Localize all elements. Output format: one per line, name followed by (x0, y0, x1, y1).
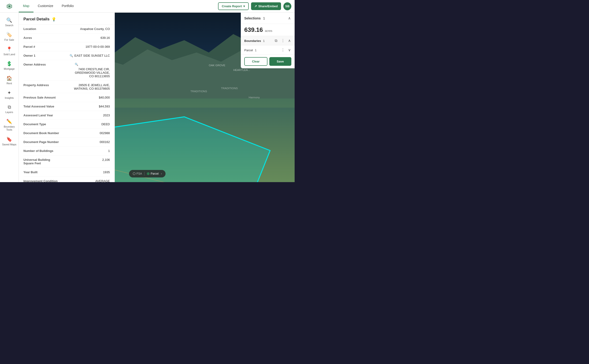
detail-row-doc-type: Document Type DEED (23, 120, 110, 129)
detail-row-property-address: Property Address 28505 E JEWELL AVE,WATK… (23, 81, 110, 93)
parcel-detail-rows: Location Arapahoe County, CO Acres 639.1… (19, 25, 115, 182)
home-icon: 🏠 (6, 75, 12, 81)
fsa-option[interactable]: FSA (133, 172, 142, 175)
detail-row-owner-address: Owner Address 🔍 7400 CRESTLINE CIR,GREEN… (23, 60, 110, 81)
detail-row-doc-book: Document Book Number 002988 (23, 129, 110, 138)
boundaries-row: Boundaries 1 ⧉ ⋮ ∧ (241, 36, 294, 46)
selections-header: Selections 1 ∧ (241, 13, 294, 24)
layers-icon: ⧉ (8, 104, 11, 110)
bottom-bar-divider (144, 172, 144, 176)
svg-point-3 (9, 5, 10, 7)
svg-text:TRADITIONS: TRADITIONS (190, 90, 207, 93)
create-report-button[interactable]: Create Report ▾ (218, 2, 249, 10)
boundaries-more-button[interactable]: ⋮ (280, 38, 286, 43)
sidebar-item-layers[interactable]: ⧉ Layers (1, 102, 18, 116)
address-search-icon[interactable]: 🔍 (75, 63, 78, 66)
detail-row-sq-feet: Universal Building Square Feet 2,106 (23, 156, 110, 168)
share-embed-button[interactable]: ↗ Share/Embed (251, 2, 281, 10)
owner-search-icon[interactable]: 🔍 (70, 54, 73, 57)
parcel-more-button[interactable]: ⋮ (280, 47, 286, 53)
svg-text:TRADITIONS: TRADITIONS (221, 87, 238, 90)
share-icon: ↗ (254, 4, 257, 8)
bottom-bar-chevron[interactable]: › (161, 172, 162, 175)
top-navigation: Map Customize Portfolio Create Report ▾ … (0, 0, 294, 13)
pin-icon: 📍 (6, 46, 12, 52)
clear-button[interactable]: Clear (244, 57, 268, 66)
sidebar-item-rent[interactable]: 🏠 Rent (1, 73, 18, 87)
chevron-up-icon: ∧ (288, 16, 291, 20)
bookmark-icon: 🔖 (6, 136, 12, 142)
left-sidebar: 🔍 Search 🏷️ For Sale 📍 Sold Land 💲 Mortg… (0, 13, 19, 182)
action-buttons: Clear Save (241, 55, 294, 68)
selections-panel: Selections 1 ∧ 639.16 acres Boundaries 1… (241, 13, 294, 68)
detail-row-land-year: Assessed Land Year 2023 (23, 111, 110, 120)
insights-icon: ✦ (7, 90, 11, 96)
nav-right-actions: Create Report ▾ ↗ Share/Embed SB (218, 2, 294, 10)
lightbulb-icon: 💡 (52, 17, 56, 21)
sidebar-item-insights[interactable]: ✦ Insights (1, 88, 18, 102)
detail-row-parcel-number: Parcel # 1977-00-0-00-369 (23, 42, 110, 51)
bottom-layer-bar: FSA Parcel › (129, 170, 166, 177)
sidebar-item-mortgage[interactable]: 💲 Mortgage (1, 58, 18, 72)
boundaries-copy-button[interactable]: ⧉ (274, 38, 278, 43)
dollar-icon: 💲 (6, 61, 12, 66)
detail-row-improvement: Improvement Condition AVERAGE (23, 177, 110, 182)
detail-row-owner1: Owner 1 🔍 EAST SIDE SUNSET LLC (23, 51, 110, 60)
svg-text:HEARTLEA...: HEARTLEA... (233, 68, 250, 72)
detail-row-acres: Acres 639.16 (23, 33, 110, 42)
parcel-row: Parcel 1 ⋮ ∨ (241, 46, 294, 55)
search-icon: 🔍 (6, 17, 12, 23)
parcel-panel-header: Parcel Details 💡 (19, 13, 115, 25)
svg-text:Harmony: Harmony (249, 96, 260, 99)
parcel-radio[interactable] (147, 172, 150, 175)
detail-row-location: Location Arapahoe County, CO (23, 25, 110, 33)
detail-row-buildings: Number of Buildings 1 (23, 147, 110, 156)
save-button[interactable]: Save (269, 57, 292, 66)
tab-map[interactable]: Map (19, 0, 33, 13)
sidebar-item-boundary-tools[interactable]: ✏️ Boundary Tools (1, 116, 18, 134)
sidebar-item-search[interactable]: 🔍 Search (1, 15, 18, 29)
sidebar-item-saved-maps[interactable]: 🔖 Saved Maps (1, 134, 18, 148)
tab-portfolio[interactable]: Portfolio (57, 0, 78, 13)
parcel-collapse-button[interactable]: ∨ (288, 47, 291, 53)
sidebar-item-for-sale[interactable]: 🏷️ For Sale (1, 30, 18, 44)
parcel-details-panel: Parcel Details 💡 Location Arapahoe Count… (19, 13, 115, 182)
app-logo[interactable] (0, 0, 19, 13)
avatar[interactable]: SB (283, 2, 291, 10)
detail-row-prev-sale: Previous Sale Amount $40,000 (23, 93, 110, 102)
fsa-radio[interactable] (133, 172, 136, 175)
parcel-option[interactable]: Parcel (147, 172, 158, 175)
selections-collapse-button[interactable]: ∧ (288, 15, 291, 21)
detail-row-doc-page: Document Page Number 000162 (23, 138, 110, 147)
tab-customize[interactable]: Customize (33, 0, 57, 13)
boundaries-collapse-button[interactable]: ∧ (288, 38, 291, 43)
nav-tabs: Map Customize Portfolio (19, 0, 78, 13)
sidebar-item-sold-land[interactable]: 📍 Sold Land (1, 44, 18, 58)
detail-row-assessed-value: Total Assessed Value $44,593 (23, 102, 110, 111)
tag-icon: 🏷️ (6, 32, 12, 38)
acres-display: 639.16 acres (241, 24, 294, 36)
svg-text:OAK GROVE: OAK GROVE (209, 64, 226, 67)
detail-row-year-built: Year Built 1935 (23, 168, 110, 177)
chevron-down-icon: ▾ (243, 4, 245, 8)
parcel-panel-title: Parcel Details (23, 17, 50, 21)
boundary-icon: ✏️ (6, 119, 12, 124)
